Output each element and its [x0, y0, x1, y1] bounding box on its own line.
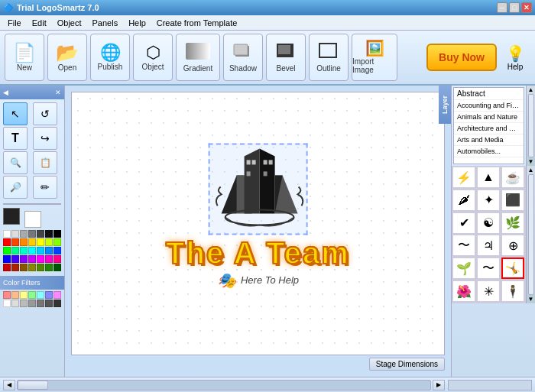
- zoom-in-tool[interactable]: 🔍: [3, 151, 28, 174]
- select-tool[interactable]: ↖: [3, 102, 28, 125]
- color-swatch[interactable]: [20, 230, 28, 238]
- filter-swatch[interactable]: [54, 291, 61, 299]
- color-swatch[interactable]: [28, 238, 36, 246]
- menu-file[interactable]: File: [3, 17, 26, 29]
- symbol-asterisk[interactable]: ✳: [477, 280, 500, 302]
- symbol-curve[interactable]: 〜: [477, 258, 500, 279]
- new-button[interactable]: 📄 New: [5, 34, 44, 81]
- filter-swatch[interactable]: [28, 291, 36, 299]
- layer-tab[interactable]: Layer: [439, 86, 451, 124]
- scroll-track[interactable]: [17, 380, 431, 390]
- color-swatch[interactable]: [54, 238, 61, 246]
- color-swatch[interactable]: [28, 247, 36, 254]
- color-swatch[interactable]: [45, 255, 53, 263]
- color-swatch[interactable]: [11, 255, 19, 263]
- color-swatch[interactable]: [11, 238, 19, 246]
- symbol-leaf[interactable]: 🌿: [501, 212, 524, 234]
- paste-tool[interactable]: 📋: [33, 151, 57, 174]
- filter-swatch[interactable]: [20, 300, 28, 307]
- filter-swatch[interactable]: [37, 300, 44, 307]
- publish-button[interactable]: 🌐 Publish: [90, 34, 130, 81]
- symbol-cup[interactable]: ☕: [501, 167, 524, 188]
- color-swatch[interactable]: [11, 230, 19, 238]
- symbol-cross[interactable]: ⊕: [501, 235, 524, 256]
- color-swatch[interactable]: [20, 264, 28, 271]
- menu-create-from-template[interactable]: Create from Template: [152, 17, 242, 29]
- categories-scrollbar[interactable]: ▲ ▼: [526, 86, 535, 166]
- symbol-fan[interactable]: ✦: [477, 190, 500, 211]
- filter-swatch[interactable]: [45, 300, 53, 307]
- help-button[interactable]: 💡 Help: [500, 34, 530, 81]
- symbols-scroll-thumb[interactable]: [528, 174, 534, 295]
- color-swatch[interactable]: [54, 255, 61, 263]
- bevel-button[interactable]: Bevel: [266, 34, 306, 81]
- stage-dimensions-button[interactable]: Stage Dimensions: [369, 358, 445, 371]
- canvas[interactable]: The A Team 🎭 Here To Help: [71, 92, 445, 355]
- buy-now-button[interactable]: Buy Now: [426, 44, 497, 71]
- symbol-sprout[interactable]: 🌱: [452, 258, 475, 279]
- category-accounting[interactable]: Accounting and Finan: [454, 100, 524, 112]
- symbols-scroll-down[interactable]: ▼: [528, 296, 534, 303]
- scroll-down-arrow[interactable]: ▼: [528, 158, 534, 165]
- color-swatch[interactable]: [20, 238, 28, 246]
- scroll-thumb[interactable]: [528, 94, 534, 157]
- shadow-button[interactable]: Shadow: [223, 34, 263, 81]
- filter-swatch[interactable]: [45, 291, 53, 299]
- symbol-pepper[interactable]: 🌶: [452, 190, 475, 211]
- color-swatch[interactable]: [54, 247, 61, 254]
- category-arts[interactable]: Arts and Media: [454, 134, 524, 146]
- category-animals[interactable]: Animals and Nature: [454, 112, 524, 123]
- color-swatch[interactable]: [54, 230, 61, 238]
- color-swatch[interactable]: [11, 264, 19, 271]
- object-button[interactable]: ⬡ Object: [133, 34, 173, 81]
- foreground-color[interactable]: [3, 208, 20, 225]
- color-swatch[interactable]: [11, 247, 19, 254]
- color-swatch[interactable]: [20, 247, 28, 254]
- logo-container[interactable]: [209, 143, 308, 235]
- sub-text[interactable]: 🎭 Here To Help: [217, 271, 299, 290]
- color-swatch[interactable]: [37, 264, 44, 271]
- symbol-loop[interactable]: ♃: [477, 235, 500, 256]
- scroll-up-arrow[interactable]: ▲: [528, 86, 534, 93]
- color-swatch[interactable]: [37, 247, 44, 254]
- category-abstract[interactable]: Abstract: [454, 88, 524, 100]
- filter-swatch[interactable]: [54, 300, 61, 307]
- symbol-flower[interactable]: 🌺: [452, 280, 475, 302]
- symbol-yin-yang[interactable]: ☯: [477, 212, 500, 234]
- background-color[interactable]: [24, 211, 41, 228]
- category-auto[interactable]: Automobiles...: [454, 146, 524, 157]
- color-swatch[interactable]: [3, 230, 11, 238]
- color-swatch[interactable]: [28, 255, 36, 263]
- filter-swatch[interactable]: [28, 300, 36, 307]
- color-swatch[interactable]: [3, 247, 11, 254]
- category-architecture[interactable]: Architecture and Cons: [454, 123, 524, 134]
- filter-swatch[interactable]: [3, 300, 11, 307]
- color-swatch[interactable]: [37, 255, 44, 263]
- color-swatch[interactable]: [28, 230, 36, 238]
- color-swatch[interactable]: [28, 264, 36, 271]
- zoom-out-tool[interactable]: 🔎: [3, 176, 28, 199]
- filter-swatch[interactable]: [3, 291, 11, 299]
- gradient-button[interactable]: Gradient: [176, 34, 220, 81]
- import-image-button[interactable]: 🖼️ Import Image: [352, 34, 397, 81]
- color-swatch[interactable]: [45, 230, 53, 238]
- color-swatch[interactable]: [20, 255, 28, 263]
- symbol-person[interactable]: 🕴: [501, 280, 524, 302]
- symbol-triangle[interactable]: ▲: [477, 167, 500, 188]
- scroll-right-button[interactable]: ▶: [433, 380, 445, 390]
- symbol-wave[interactable]: 〜: [452, 235, 475, 256]
- main-text[interactable]: The A Team: [166, 238, 350, 268]
- minimize-button[interactable]: ─: [497, 2, 507, 13]
- text-tool[interactable]: T: [3, 127, 28, 150]
- flip-tool[interactable]: ↪: [33, 127, 57, 150]
- color-swatch[interactable]: [54, 264, 61, 271]
- color-swatch[interactable]: [3, 238, 11, 246]
- menu-edit[interactable]: Edit: [28, 17, 51, 29]
- scroll-left-button[interactable]: ◀: [3, 380, 15, 390]
- menu-panels[interactable]: Panels: [88, 17, 123, 29]
- open-button[interactable]: 📂 Open: [47, 34, 87, 81]
- color-swatch[interactable]: [37, 238, 44, 246]
- menu-help[interactable]: Help: [124, 17, 151, 29]
- menu-object[interactable]: Object: [53, 17, 86, 29]
- filter-swatch[interactable]: [37, 291, 44, 299]
